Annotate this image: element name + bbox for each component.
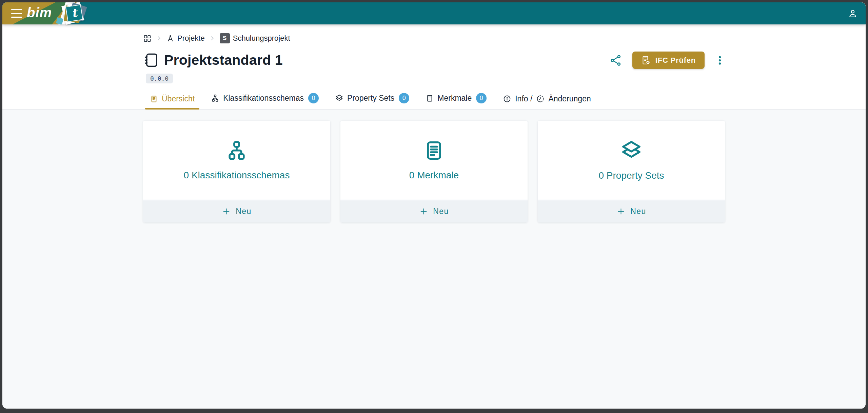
tab-info-aenderungen[interactable]: Info / Änderungen [498, 91, 596, 109]
plus-icon [616, 207, 626, 216]
title-row: Projektstandard 1 [143, 52, 725, 69]
hierarchy-icon [225, 139, 248, 162]
share-icon[interactable] [610, 54, 622, 66]
page-title: Projektstandard 1 [164, 52, 283, 68]
ifc-pruefen-button[interactable]: IFC Prüfen [632, 52, 705, 69]
card-body[interactable]: 0 Property Sets [538, 121, 725, 199]
document-icon [426, 94, 434, 102]
count-badge: 0 [308, 93, 319, 103]
kebab-menu-icon[interactable] [715, 55, 725, 66]
neu-label: Neu [630, 207, 646, 216]
breadcrumb-label: Projekte [177, 34, 205, 43]
tab-label: Klassifikationsschemas [223, 94, 304, 103]
content-area: 0 Klassifikationsschemas Neu 0 [2, 110, 866, 409]
info-icon [503, 95, 511, 103]
logo-t-tile: t [65, 4, 83, 22]
document-icon [150, 95, 158, 103]
neu-label: Neu [236, 207, 252, 216]
card-label: 0 Property Sets [599, 170, 664, 181]
card-label: 0 Klassifikationsschemas [184, 170, 290, 181]
tab-bar: Übersicht Klassifikationsschemas 0 [2, 90, 866, 110]
app-header: t bim [2, 2, 866, 24]
layers-icon [620, 139, 643, 162]
tab-klassifikationsschemas[interactable]: Klassifikationsschemas 0 [206, 90, 323, 109]
logo-text: bim [27, 5, 52, 20]
neu-label: Neu [433, 207, 449, 216]
hamburger-menu-icon[interactable] [11, 9, 22, 18]
count-badge: 0 [476, 93, 487, 103]
card-body[interactable]: 0 Merkmale [340, 121, 528, 199]
history-clock-icon [536, 95, 545, 103]
app-logo[interactable]: t bim [2, 2, 88, 24]
breadcrumb-label: Schulungsprojekt [233, 34, 290, 43]
tab-label: Property Sets [347, 94, 394, 103]
logo-t-letter: t [71, 6, 78, 20]
tab-uebersicht[interactable]: Übersicht [145, 91, 199, 109]
building-check-icon [641, 55, 651, 65]
card-label: 0 Merkmale [409, 170, 459, 181]
notebook-icon [143, 52, 159, 68]
grid-icon [143, 34, 152, 43]
tab-merkmale[interactable]: Merkmale 0 [421, 90, 491, 109]
version-badge: 0.0.0 [146, 74, 173, 83]
count-badge: 0 [399, 93, 409, 103]
app-window: t bim [2, 2, 866, 409]
breadcrumb-home[interactable] [143, 34, 152, 43]
tab-label: Merkmale [437, 94, 472, 103]
project-avatar: S [220, 33, 230, 43]
neu-button[interactable]: Neu [143, 199, 330, 222]
user-icon[interactable] [847, 8, 858, 19]
tab-label: Übersicht [162, 94, 195, 103]
tab-label: Änderungen [548, 94, 591, 103]
compass-icon [166, 35, 174, 42]
layers-icon [335, 94, 343, 102]
card-merkmale: 0 Merkmale Neu [340, 121, 528, 222]
hierarchy-icon [211, 94, 219, 102]
breadcrumb: Projekte S Schulungsprojekt [143, 24, 725, 43]
document-icon [423, 139, 445, 162]
card-body[interactable]: 0 Klassifikationsschemas [143, 121, 330, 199]
tab-property-sets[interactable]: Property Sets 0 [330, 90, 414, 109]
card-property-sets: 0 Property Sets Neu [538, 121, 725, 222]
neu-button[interactable]: Neu [340, 199, 528, 222]
chevron-right-icon [209, 35, 215, 41]
neu-button[interactable]: Neu [538, 199, 725, 222]
chevron-right-icon [156, 35, 162, 41]
card-klassifikationsschemas: 0 Klassifikationsschemas Neu [143, 121, 330, 222]
breadcrumb-schulungsprojekt[interactable]: S Schulungsprojekt [220, 33, 290, 43]
plus-icon [419, 207, 428, 216]
page-header-section: Projekte S Schulungsprojekt [2, 24, 866, 110]
plus-icon [222, 207, 231, 216]
tab-label: Info / [515, 94, 532, 103]
ifc-pruefen-label: IFC Prüfen [655, 56, 696, 65]
breadcrumb-projekte[interactable]: Projekte [166, 34, 205, 43]
